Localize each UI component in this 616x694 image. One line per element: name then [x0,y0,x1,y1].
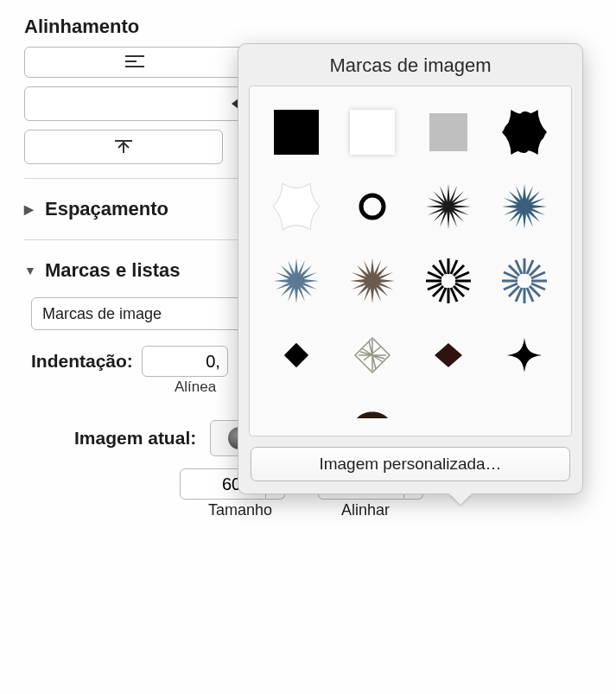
alignment-heading: Alinhamento [24,16,467,38]
stripe-burst-blue-icon [500,257,549,305]
diamond-brown-icon [433,341,464,369]
black-square-icon [274,110,319,155]
gray-square-icon [429,113,467,151]
white-square-icon [350,110,395,155]
move-to-top-button[interactable] [24,130,223,164]
quatrefoil-black-icon [502,110,547,155]
bullet-option-black-diamond[interactable] [258,318,334,392]
bullet-option-black-sparkle[interactable] [486,318,562,392]
starburst-blue-icon [500,182,549,231]
bullet-option-brown-diamond[interactable] [410,318,486,392]
bullet-option-partial[interactable] [334,392,410,427]
bullet-option-blue-starburst-solid[interactable] [486,169,562,244]
indent-bullet-input[interactable] [142,346,228,377]
spacing-label: Espaçamento [45,198,168,220]
svg-marker-46 [435,343,462,367]
diamond-black-icon [283,341,310,369]
custom-image-label: Imagem personalizada… [319,455,501,474]
stripe-burst-black-icon [424,257,473,305]
popover-title: Marcas de imagem [238,44,582,86]
partial-shape-icon [355,401,390,418]
quatrefoil-white-icon [273,183,320,230]
image-bullets-popover: Marcas de imagem [238,43,583,494]
starburst-blue-light-icon [272,257,321,305]
bullet-option-brown-starburst[interactable] [334,244,410,318]
disclosure-triangle-icon: ▼ [24,264,36,277]
bullet-option-blue-starburst-light[interactable] [258,244,334,318]
starburst-black-icon [424,182,473,231]
bullet-option-scribble-diamond[interactable] [334,318,410,392]
align-left-icon [124,54,145,70]
bullet-option-white-quatrefoil[interactable] [258,169,334,244]
bullet-option-gray-square[interactable] [410,95,486,169]
disclosure-triangle-icon: ▶ [24,202,36,216]
bullet-option-white-square[interactable] [334,95,410,169]
bullet-option-circle-outline[interactable] [334,169,410,244]
bullet-option-black-starburst[interactable] [410,169,486,244]
svg-rect-45 [284,343,308,367]
indent-bullet-sublabel: Alínea [152,379,238,396]
bullet-option-black-square[interactable] [258,95,334,169]
bullet-option-black-stripe-burst[interactable] [410,244,486,318]
sparkle-black-icon [505,336,543,374]
bullet-option-blue-stripe-burst[interactable] [486,244,562,318]
circle-outline-icon [358,192,387,221]
indent-label: Indentação: [31,351,133,372]
starburst-brown-icon [348,257,397,305]
bullet-image-grid [249,86,572,436]
align-left-button[interactable] [24,47,246,78]
bullet-type-value: Marcas de image [42,305,162,323]
bullet-option-black-quatrefoil[interactable] [486,95,562,169]
align-sublabel: Alinhar [301,501,430,519]
svg-point-12 [361,195,384,218]
bullets-label: Marcas e listas [45,259,181,282]
move-top-icon [113,139,134,155]
scribble-diamond-icon [352,334,393,376]
current-image-label: Imagem atual: [74,428,196,449]
size-sublabel: Tamanho [180,501,301,519]
custom-image-button[interactable]: Imagem personalizada… [251,447,570,481]
